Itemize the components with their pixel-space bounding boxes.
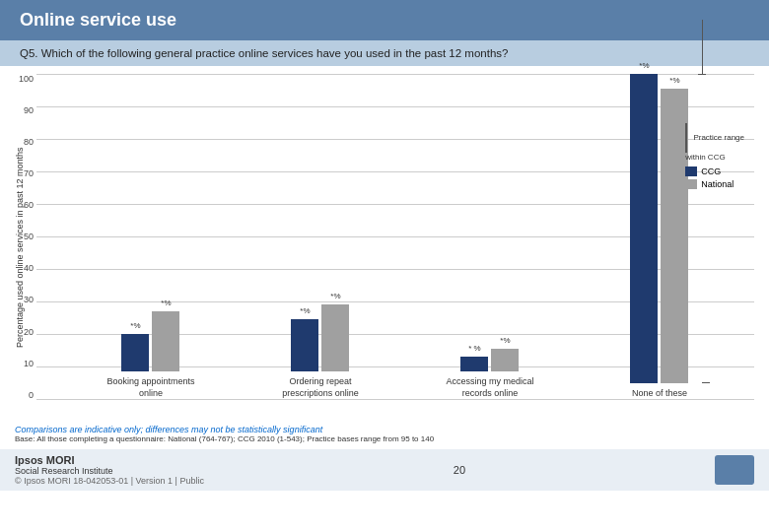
header-title: Online service use: [20, 10, 176, 30]
question-bar: Q5. Which of the following general pract…: [0, 40, 769, 66]
y-axis: 100 90 80 70 60 50 40 30 20 10 0: [9, 74, 34, 400]
bar-national-records: *%: [491, 349, 519, 371]
bar-ccg-records: * %: [460, 357, 488, 371]
logo-line2: Social Research Institute: [15, 466, 113, 476]
chart-legend: Practice rangewithin CCG CCG National: [685, 123, 744, 192]
footer-logo: Ipsos MORI Social Research Institute © I…: [15, 454, 204, 486]
national-swatch: [685, 179, 697, 189]
bar-national-booking: *%: [152, 311, 179, 371]
footer-icon: [715, 455, 754, 485]
header: Online service use: [0, 0, 769, 40]
bar-national-prescriptions: *%: [321, 304, 349, 371]
legend-ccg: CCG: [685, 166, 744, 176]
footnote-base: Base: All those completing a questionnai…: [15, 434, 754, 443]
legend-ccg-label: CCG: [701, 166, 721, 176]
footer: Ipsos MORI Social Research Institute © I…: [0, 449, 769, 491]
bar-ccg-prescriptions: *%: [291, 319, 318, 371]
page-number: 20: [454, 464, 465, 476]
logo-line1: Ipsos MORI: [15, 454, 204, 466]
range-indicator-line: [685, 123, 687, 153]
legend-national-label: National: [701, 179, 734, 189]
bar-ccg-none: *%: [630, 74, 658, 383]
logo-line3: © Ipsos MORI 18-042053-01 | Version 1 | …: [15, 476, 204, 486]
legend-national: National: [685, 179, 744, 189]
question-text: Q5. Which of the following general pract…: [20, 47, 508, 59]
ccg-swatch: [685, 166, 697, 176]
bar-ccg-booking: *%: [121, 334, 149, 371]
